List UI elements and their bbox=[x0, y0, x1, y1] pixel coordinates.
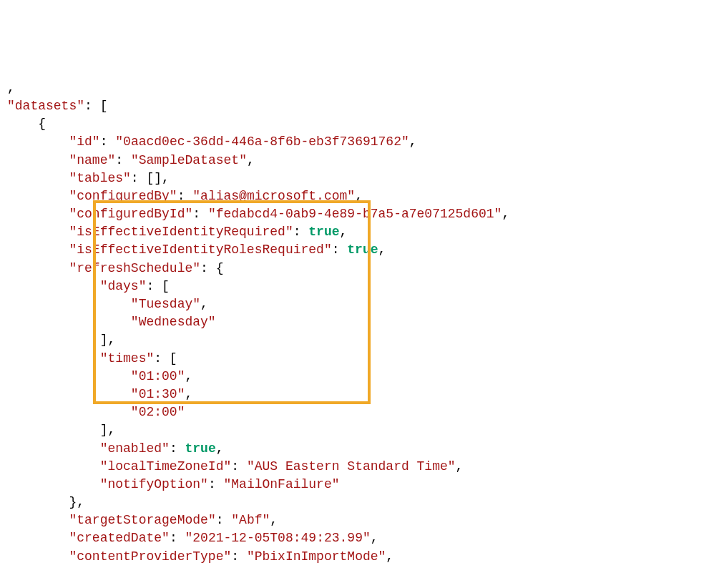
contentProviderType-value: PbixInImportMode bbox=[255, 549, 378, 564]
times-key: times bbox=[107, 351, 146, 366]
time-1: 01:30 bbox=[139, 387, 177, 401]
targetStorageMode-key: targetStorageMode bbox=[77, 513, 208, 527]
localTimeZoneId-value: AUS Eastern Standard Time bbox=[255, 459, 448, 474]
configuredById-key: configuredById bbox=[77, 207, 185, 221]
tables-key: tables bbox=[77, 171, 123, 185]
datasets-key: datasets bbox=[15, 99, 77, 113]
isEffectiveIdentityRolesRequired-key: isEffectiveIdentityRolesRequired bbox=[77, 242, 324, 257]
createdDate-key: createdDate bbox=[77, 531, 162, 545]
id-value: 0aacd0ec-36dd-446a-8f6b-eb3f73691762 bbox=[123, 134, 401, 149]
configuredBy-value: alias@microsoft.com bbox=[200, 189, 347, 203]
createdDate-value: 2021-12-05T08:49:23.99 bbox=[192, 531, 363, 545]
id-key: id bbox=[77, 134, 92, 149]
days-key: days bbox=[107, 279, 138, 293]
targetStorageMode-value: Abf bbox=[239, 513, 262, 527]
notifyOption-value: MailOnFailure bbox=[231, 477, 331, 491]
isEffectiveIdentityRolesRequired-value: true bbox=[347, 242, 378, 257]
name-key: name bbox=[77, 153, 107, 167]
localTimeZoneId-key: localTimeZoneId bbox=[107, 459, 223, 474]
time-2: 02:00 bbox=[139, 405, 177, 419]
time-0: 01:00 bbox=[139, 369, 177, 383]
notifyOption-key: notifyOption bbox=[107, 477, 200, 491]
name-value: SampleDataset bbox=[139, 153, 239, 167]
configuredById-value: fedabcd4-0ab9-4e89-b7a5-a7e07125d601 bbox=[216, 207, 494, 221]
refreshSchedule-key: refreshSchedule bbox=[77, 261, 192, 275]
isEffectiveIdentityRequired-key: isEffectiveIdentityRequired bbox=[77, 225, 285, 239]
day-1: Wednesday bbox=[139, 315, 208, 329]
contentProviderType-key: contentProviderType bbox=[77, 549, 223, 564]
enabled-key: enabled bbox=[107, 441, 162, 456]
configuredBy-key: configuredBy bbox=[77, 189, 170, 203]
day-0: Tuesday bbox=[139, 297, 193, 311]
enabled-value: true bbox=[185, 441, 215, 456]
isEffectiveIdentityRequired-value: true bbox=[308, 225, 339, 239]
json-code: , "datasets": [ { "id": "0aacd0ec-36dd-4… bbox=[7, 79, 712, 566]
